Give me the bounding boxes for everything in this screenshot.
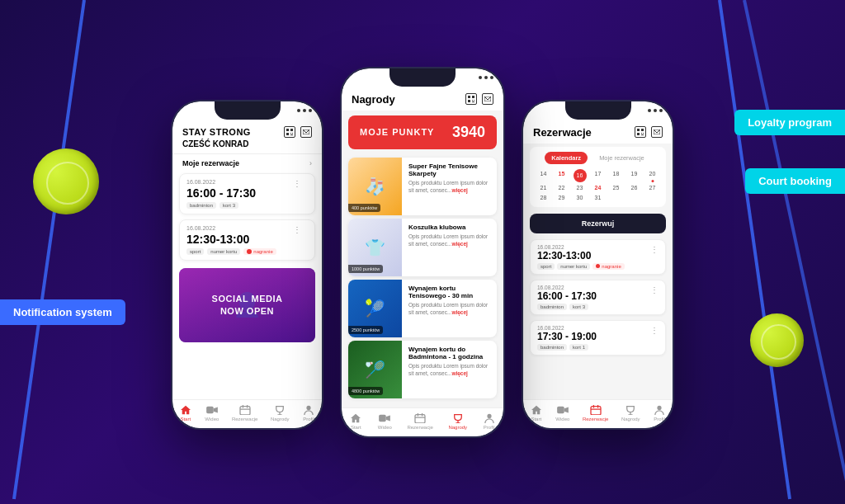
nav-start-left[interactable]: Start [179,405,192,422]
reward-desc-2: Opis produktu Lorem ipsum dolor sit amet… [408,233,490,247]
envelope-icon-left[interactable] [300,126,312,138]
nav-profil-left[interactable]: Profil [302,405,315,422]
reward-card-3[interactable]: 🎾 2500 punktów Wynajem kortu Tenisowego … [348,280,497,337]
svg-rect-8 [206,406,214,413]
right-date-1: 16.08.2022 [537,244,659,250]
cal-15[interactable]: 15 [553,169,570,182]
booking-date-2-left: 16.08.2022 [186,225,308,231]
bottom-nav-right: Start Wideo Rezerwacje [523,399,673,428]
reward-name-1: Super Fajne Tenisowe Skarpety [408,163,490,177]
envelope-icon-center[interactable] [482,93,493,105]
cal-29[interactable]: 29 [553,193,570,202]
nav-profil-right[interactable]: Profil [653,405,666,422]
qr-icon-right[interactable] [635,126,646,138]
center-title: Nagrody [352,93,395,106]
book-button[interactable]: Rezerwuj [530,214,666,233]
cal-27[interactable]: 27 [644,183,661,192]
booking-time-2-left: 12:30-13:00 [186,233,308,246]
nav-wideo-center[interactable]: Wideo [378,413,392,430]
wifi-dot [303,109,306,112]
right-header-icons [635,126,663,138]
booking-card-2-left: 16.08.2022 12:30-13:00 sport numer kortu… [179,219,315,261]
nav-nagrody-left[interactable]: Nagrody [271,405,290,422]
booking-menu-1[interactable]: ⋮ [293,179,301,188]
phone-right-screen: Rezerwacje Kalendarz Moje rezerwacje [523,101,673,428]
decorative-line-left [12,0,86,499]
cal-tab-calendar[interactable]: Kalendarz [545,152,588,164]
cal-16-today[interactable]: 16 [574,169,587,182]
cal-24[interactable]: 24 [589,183,607,192]
cal-18[interactable]: 18 [607,169,625,182]
cal-17[interactable]: 17 [589,169,607,182]
cal-20[interactable]: 20 [644,169,661,182]
booking-menu-2[interactable]: ⋮ [293,225,301,234]
battery-dot [309,109,312,112]
points-label: MOJE PUNKTY [360,127,434,137]
nav-profil-label-right: Profil [654,417,665,422]
cal-21[interactable]: 21 [535,183,552,192]
cal-tab-my-reservations[interactable]: Moje rezerwacje [592,152,651,164]
nav-wideo-left[interactable]: Wideo [205,405,219,422]
right-menu-1[interactable]: ⋮ [650,245,659,254]
booking-date-1-left: 16.08.2022 [186,179,308,185]
qr-icon-left[interactable] [284,126,295,138]
nav-wideo-label-left: Wideo [205,417,219,422]
reward-more-1[interactable]: więcej [451,187,468,193]
nav-start-label-right: Start [531,417,541,422]
right-menu-2[interactable]: ⋮ [650,285,659,294]
reward-more-3[interactable]: więcej [451,309,468,315]
cal-31[interactable]: 31 [589,193,607,202]
calendar-tabs: Kalendarz Moje rezerwacje [535,152,661,164]
reservations-section-header: Moje rezerwacje › [172,154,322,171]
nav-rezerwacje-right[interactable]: Rezerwacje [583,405,608,422]
qr-icon-center[interactable] [465,93,477,105]
reward-more-2[interactable]: więcej [451,241,468,247]
points-value: 3940 [452,124,485,141]
profile-icon-left [302,405,315,415]
svg-rect-20 [472,101,474,102]
nav-profil-center[interactable]: Profil [483,413,496,430]
nav-nagrody-center[interactable]: Nagrody [448,413,467,430]
reward-card-1[interactable]: 🧦 400 punktów Super Fajne Tenisowe Skarp… [348,158,497,215]
right-menu-3[interactable]: ⋮ [650,326,659,335]
tag-numer-kortu: numer kortu [207,248,240,255]
tag-badminton-1: badminton [186,202,216,209]
nav-start-right[interactable]: Start [530,405,543,422]
calendar-grid: 14 15 16 17 18 19 20 21 22 23 24 25 26 2… [535,169,661,202]
nav-nagrody-label-center: Nagrody [448,425,467,430]
svg-rect-4 [292,133,293,134]
cal-23[interactable]: 23 [571,183,588,192]
nav-start-center[interactable]: Start [349,413,362,430]
right-time-3: 17:30 - 19:00 [537,331,659,342]
nav-rezerwacje-center[interactable]: Rezerwacje [407,413,432,430]
reward-card-4[interactable]: 🏸 4800 punktów Wynajem kortu do Badminto… [348,341,497,398]
right-title: Rezerwacje [533,126,592,139]
envelope-icon-right[interactable] [651,126,663,138]
video-icon-left [205,405,219,415]
reward-img-2: 👕 1000 punktów [348,219,402,276]
cal-25[interactable]: 25 [607,183,625,192]
nav-profil-label-center: Profil [484,425,495,430]
cal-28[interactable]: 28 [535,193,552,202]
phone-left-screen: STAY STRONG CZEŚĆ KONRAD Moje rezerwacje [172,101,322,428]
nav-wideo-right[interactable]: Wideo [555,405,569,422]
nav-nagrody-label-right: Nagrody [621,417,640,422]
home-icon-center [349,413,362,423]
nav-nagrody-label-left: Nagrody [271,417,290,422]
cal-22[interactable]: 22 [553,183,570,192]
cal-19[interactable]: 19 [625,169,643,182]
reward-card-2[interactable]: 👕 1000 punktów Koszulka klubowa Opis pro… [348,219,497,276]
svg-rect-39 [591,406,601,414]
nav-rezerwacje-label-right: Rezerwacje [583,417,608,422]
cal-26[interactable]: 26 [625,183,643,192]
tag-kort-1: kort 3 [220,202,238,209]
reward-pts-4: 4800 punktów [348,387,383,395]
nav-nagrody-right[interactable]: Nagrody [621,405,640,422]
right-date-2: 16.08.2022 [537,285,659,290]
nav-rezerwacje-left[interactable]: Rezerwacje [232,405,257,422]
tennis-ball-1 [33,148,99,214]
svg-point-14 [307,405,311,409]
reward-more-4[interactable]: więcej [451,370,468,376]
cal-30[interactable]: 30 [571,193,588,202]
calendar-icon-left [238,405,252,415]
